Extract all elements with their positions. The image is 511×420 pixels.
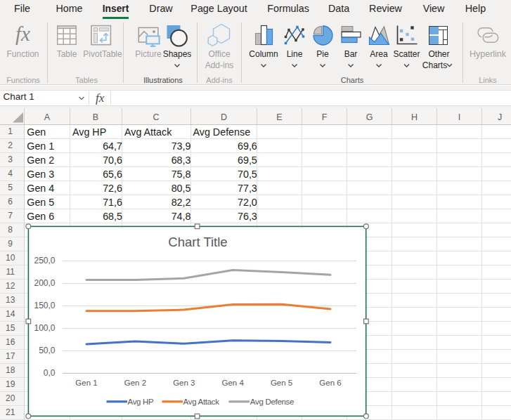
- svg-text:200,0: 200,0: [34, 278, 55, 288]
- svg-text:Gen 3: Gen 3: [173, 379, 195, 387]
- svg-text:Gen 1: Gen 1: [75, 379, 97, 387]
- svg-text:250,0: 250,0: [34, 256, 55, 265]
- svg-text:150,0: 150,0: [34, 301, 55, 310]
- svg-text:Gen 2: Gen 2: [124, 379, 146, 387]
- svg-text:Avg HP: Avg HP: [128, 398, 155, 406]
- svg-text:Gen 5: Gen 5: [271, 379, 292, 387]
- svg-text:Chart Title: Chart Title: [168, 235, 227, 249]
- svg-text:Gen 4: Gen 4: [222, 379, 245, 387]
- svg-text:Gen 6: Gen 6: [319, 379, 341, 387]
- svg-text:0,0: 0,0: [44, 368, 56, 378]
- svg-text:Avg Attack: Avg Attack: [183, 398, 220, 406]
- svg-text:100,0: 100,0: [34, 323, 55, 333]
- svg-text:fx: fx: [15, 22, 30, 45]
- svg-text:50,0: 50,0: [39, 346, 56, 355]
- svg-text:Avg Defense: Avg Defense: [250, 398, 294, 406]
